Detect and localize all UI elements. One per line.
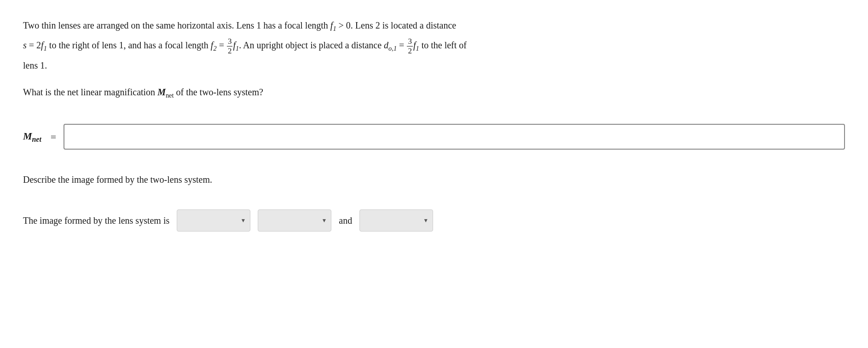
equals-sign: = <box>51 129 56 145</box>
problem-line3: lens 1. <box>23 58 842 72</box>
problem-line1: Two thin lenses are arranged on the same… <box>23 18 842 34</box>
f1-subscript: 1 <box>333 25 336 32</box>
M-net-symbol: M <box>157 87 166 97</box>
M-net-sub: net <box>166 92 174 99</box>
f1-ref-f2-sub: 1 <box>236 45 239 52</box>
describe-paragraph: Describe the image formed by the two-len… <box>23 173 845 186</box>
answer-label: Mnet <box>23 128 41 145</box>
size-dropdown[interactable]: enlarged reduced same size <box>359 209 433 232</box>
f2-subscript: 2 <box>213 45 216 52</box>
dropdown2-wrapper: upright inverted ▼ <box>258 209 331 232</box>
image-type-dropdown[interactable]: real virtual <box>177 209 250 232</box>
question-text: What is the net linear magnification Mne… <box>23 85 845 101</box>
M-label-sub: net <box>32 135 41 143</box>
question-paragraph: What is the net linear magnification Mne… <box>23 85 845 101</box>
dropdown3-wrapper: enlarged reduced same size ▼ <box>359 209 433 232</box>
problem-text: Two thin lenses are arranged on the same… <box>23 18 842 72</box>
frac-3-2-first: 3 2 <box>227 37 233 56</box>
magnification-input[interactable] <box>64 124 845 150</box>
image-description-row: The image formed by the lens system is r… <box>23 209 845 232</box>
orientation-dropdown[interactable]: upright inverted <box>258 209 331 232</box>
image-formed-prefix: The image formed by the lens system is <box>23 214 169 227</box>
frac-3-2-second: 3 2 <box>407 37 413 56</box>
describe-section: Describe the image formed by the two-len… <box>23 173 845 186</box>
do1-subscript: o,1 <box>388 45 397 52</box>
problem-line2: s = 2f1 to the right of lens 1, and has … <box>23 37 842 56</box>
M-label-symbol: M <box>23 130 32 142</box>
f1-ref-do-sub: 1 <box>416 45 419 52</box>
and-connector: and <box>339 214 352 227</box>
do1-symbol: d <box>384 40 388 50</box>
s-symbol: s <box>23 40 27 50</box>
dropdown1-wrapper: real virtual ▼ <box>177 209 250 232</box>
answer-row: Mnet = <box>23 124 845 150</box>
f1-ref-s-sub: 1 <box>44 45 47 52</box>
